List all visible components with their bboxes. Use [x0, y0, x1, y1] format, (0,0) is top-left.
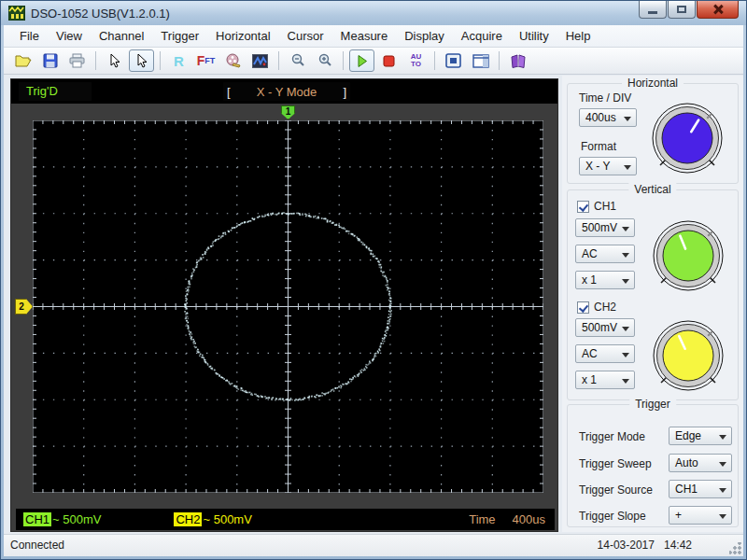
pointer-select-button[interactable] — [129, 49, 154, 72]
ch1-readout: CH1 ~ 500mV — [23, 512, 101, 526]
pointer-select-icon — [135, 53, 148, 69]
ch2-coupling-select[interactable]: AC — [575, 344, 635, 363]
record-button[interactable] — [220, 49, 246, 72]
menu-horizontal[interactable]: Horizontal — [207, 26, 279, 46]
toolbar-separator — [95, 51, 96, 70]
menu-display[interactable]: Display — [396, 26, 453, 46]
full-screen-button[interactable] — [441, 49, 466, 72]
chevron-down-icon — [622, 327, 629, 331]
menu-view[interactable]: View — [48, 26, 91, 46]
app-logo-icon — [8, 6, 25, 21]
menu-measure[interactable]: Measure — [332, 26, 397, 46]
trigger-slope-select[interactable]: + — [669, 506, 732, 525]
ch2-position-marker[interactable]: 2 — [15, 299, 33, 315]
trigger-status-badge: Trig'D — [19, 82, 92, 101]
minimize-button[interactable] — [639, 1, 667, 19]
ch1-checkbox[interactable] — [577, 201, 589, 213]
refresh-button[interactable]: R — [166, 49, 191, 72]
trigger-sweep-label: Trigger Sweep — [579, 457, 652, 470]
auto-setup-button[interactable]: AU TO — [403, 49, 429, 72]
scope-footer: CH1 ~ 500mV CH2 ~ 500mV Time 400us — [16, 509, 555, 530]
resize-grip-icon[interactable] — [729, 542, 741, 554]
format-select[interactable]: X - Y — [579, 157, 637, 175]
open-button[interactable] — [10, 49, 35, 72]
ch1-coupling-select[interactable]: AC — [575, 245, 635, 263]
trigger-slope-label: Trigger Slope — [579, 510, 646, 523]
datetime-status: 14-03-2017 14:42 — [598, 539, 692, 552]
fft-icon: F — [197, 53, 205, 68]
time-readout: Time 400us — [469, 512, 545, 526]
open-folder-icon — [15, 53, 32, 68]
chevron-down-icon — [622, 227, 629, 231]
close-icon — [712, 5, 724, 14]
trigger-sweep-select[interactable]: Auto — [669, 454, 732, 472]
ch2-badge: CH2 — [174, 512, 202, 526]
zoom-in-icon — [317, 53, 332, 68]
waveform-icon — [252, 54, 268, 68]
ch1-volt-select[interactable]: 500mV — [575, 218, 635, 237]
menu-utility[interactable]: Utility — [511, 26, 557, 46]
help-book-icon — [510, 54, 527, 68]
stop-button[interactable] — [376, 49, 402, 72]
trigger-source-select[interactable]: CH1 — [669, 480, 732, 498]
ch2-probe-select[interactable]: x 1 — [575, 371, 635, 389]
pointer-button[interactable] — [102, 49, 127, 72]
run-button[interactable] — [349, 49, 374, 72]
ch1-position-knob[interactable] — [649, 217, 727, 295]
connection-status: Connected — [10, 539, 64, 552]
horizontal-knob[interactable] — [648, 99, 726, 177]
chevron-down-icon — [622, 353, 629, 357]
menu-file[interactable]: File — [11, 26, 48, 46]
menu-cursor[interactable]: Cursor — [279, 26, 332, 46]
ch1-label: CH1 — [594, 200, 616, 213]
time-div-select[interactable]: 400us — [579, 108, 637, 127]
chevron-down-icon — [622, 279, 629, 284]
chevron-down-icon — [719, 435, 726, 440]
bracket-left: [ — [223, 85, 234, 99]
display-mode-badge: [ X - Y Mode ] — [223, 82, 350, 101]
save-button[interactable] — [37, 49, 63, 72]
fft-button[interactable]: FFT — [193, 49, 218, 72]
help-button[interactable] — [505, 49, 530, 72]
content-area: Trig'D [ X - Y Mode ] 1 2 CH1 ~ 500mV — [4, 76, 743, 534]
ch1-position-marker[interactable]: 1 — [281, 105, 295, 119]
zoom-out-icon — [290, 53, 305, 68]
vertical-group: Vertical CH1 500mV AC x 1 — [567, 189, 739, 400]
waveform-button[interactable] — [247, 49, 273, 72]
panel-layout-icon — [472, 54, 489, 68]
save-icon — [43, 53, 58, 68]
window-title: DSO-1052 USB(V1.2.0.1) — [31, 7, 170, 21]
trigger-group-title: Trigger — [629, 398, 676, 411]
title-bar[interactable]: DSO-1052 USB(V1.2.0.1) — [1, 1, 746, 25]
chevron-down-icon — [624, 165, 631, 170]
scope-header: Trig'D [ X - Y Mode ] — [11, 79, 557, 104]
maximize-button[interactable] — [668, 1, 696, 19]
ch2-checkbox[interactable] — [577, 301, 589, 314]
toolbar-separator — [278, 51, 279, 70]
panel-layout-button[interactable] — [468, 49, 493, 72]
trigger-mode-select[interactable]: Edge — [669, 427, 732, 445]
client-area: File View Channel Trigger Horizontal Cur… — [4, 25, 743, 556]
ch2-position-knob[interactable] — [649, 316, 727, 395]
ch2-enable-row: CH2 — [577, 301, 616, 314]
print-button[interactable] — [64, 49, 90, 72]
status-bar: Connected 14-03-2017 14:42 — [4, 534, 743, 556]
zoom-in-button[interactable] — [312, 49, 337, 72]
close-button[interactable] — [697, 1, 739, 19]
menu-help[interactable]: Help — [557, 26, 599, 46]
vertical-group-title: Vertical — [628, 183, 676, 196]
scope-graticule — [33, 120, 543, 493]
pointer-icon — [108, 53, 121, 69]
horizontal-group: Horizontal Time / DIV 400us Format X - Y — [567, 83, 739, 184]
zoom-out-button[interactable] — [285, 49, 310, 72]
menu-channel[interactable]: Channel — [91, 26, 152, 46]
toolbar-separator — [160, 51, 161, 70]
menu-trigger[interactable]: Trigger — [152, 26, 207, 46]
film-reel-icon — [225, 53, 241, 68]
ch2-volt-select[interactable]: 500mV — [575, 318, 635, 337]
ch1-probe-select[interactable]: x 1 — [575, 271, 635, 289]
chevron-down-icon — [622, 253, 629, 258]
menu-bar: File View Channel Trigger Horizontal Cur… — [4, 25, 743, 48]
ch1-value: ~ 500mV — [52, 512, 101, 526]
menu-acquire[interactable]: Acquire — [453, 26, 511, 46]
